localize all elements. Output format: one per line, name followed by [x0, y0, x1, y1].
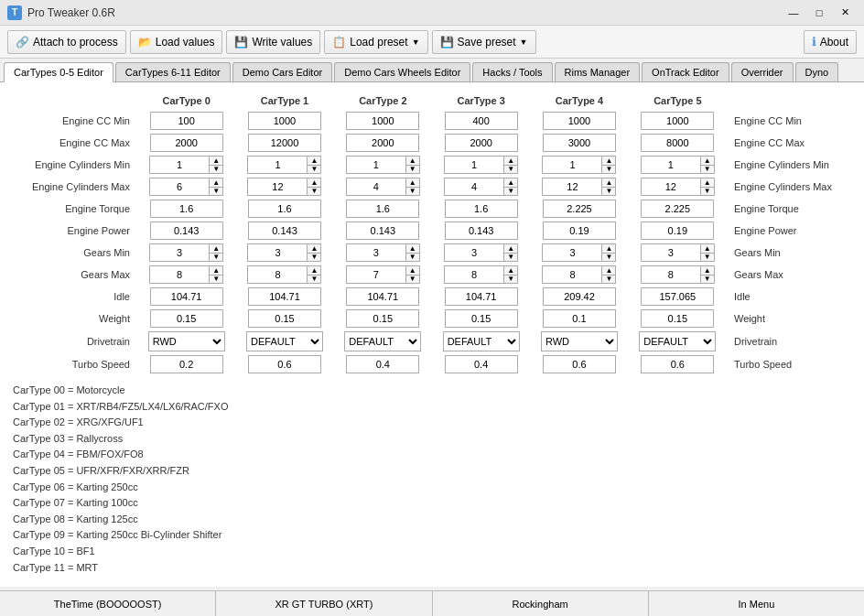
cell-r10-c3[interactable]: RWDFWDAWDDEFAULT	[432, 330, 530, 353]
spin-up-r3-c1[interactable]: ▲	[307, 178, 321, 187]
cell-r4-c1[interactable]	[235, 198, 333, 220]
minimize-button[interactable]: —	[782, 4, 805, 22]
about-button[interactable]: About	[804, 30, 857, 54]
input-r9-c1[interactable]	[248, 309, 321, 328]
cell-r1-c5[interactable]	[629, 132, 727, 154]
spin-down-r6-c5[interactable]: ▼	[700, 253, 715, 262]
input-r8-c4[interactable]	[543, 287, 616, 306]
cell-r10-c5[interactable]: RWDFWDAWDDEFAULT	[629, 330, 727, 353]
spinner-input-r2-c3[interactable]	[444, 156, 503, 174]
spin-down-r2-c4[interactable]: ▼	[601, 165, 616, 174]
cell-r11-c1[interactable]	[235, 353, 333, 375]
tab-rims[interactable]: Rims Manager	[555, 62, 641, 81]
input-r4-c2[interactable]	[346, 200, 419, 218]
spin-down-r7-c3[interactable]: ▼	[503, 275, 518, 284]
cell-r8-c2[interactable]	[334, 286, 432, 308]
cell-r10-c2[interactable]: RWDFWDAWDDEFAULT	[334, 330, 432, 353]
close-button[interactable]: ✕	[833, 4, 857, 22]
spin-up-r6-c3[interactable]: ▲	[503, 243, 518, 253]
input-r1-c0[interactable]	[150, 134, 223, 152]
cell-r11-c0[interactable]	[137, 353, 235, 375]
input-r0-c3[interactable]	[445, 112, 518, 130]
spin-up-r6-c4[interactable]: ▲	[601, 243, 616, 253]
spin-up-r2-c4[interactable]: ▲	[601, 156, 616, 165]
select-r10-c3[interactable]: RWDFWDAWDDEFAULT	[443, 331, 520, 351]
tab-dyno[interactable]: Dyno	[795, 62, 839, 81]
input-r1-c2[interactable]	[346, 134, 419, 152]
input-r4-c4[interactable]	[543, 200, 616, 218]
spin-up-r2-c2[interactable]: ▲	[405, 156, 420, 165]
load-values-button[interactable]: Load values	[130, 30, 223, 54]
spin-down-r2-c3[interactable]: ▼	[503, 165, 518, 174]
spinner-input-r3-c1[interactable]	[247, 178, 307, 196]
cell-r1-c4[interactable]	[530, 132, 628, 154]
input-r11-c5[interactable]	[641, 355, 714, 373]
spin-down-r3-c5[interactable]: ▼	[700, 187, 715, 196]
cell-r3-c2[interactable]: ▲▼	[334, 176, 432, 198]
spin-up-r3-c0[interactable]: ▲	[209, 178, 223, 187]
select-r10-c5[interactable]: RWDFWDAWDDEFAULT	[639, 331, 716, 351]
cell-r1-c0[interactable]	[137, 132, 235, 154]
cell-r8-c0[interactable]	[137, 286, 235, 308]
select-r10-c0[interactable]: RWDFWDAWDDEFAULT	[148, 331, 225, 351]
tab-overrider[interactable]: Overrider	[731, 62, 794, 81]
spin-down-r6-c1[interactable]: ▼	[307, 253, 321, 262]
tab-ontrack[interactable]: OnTrack Editor	[642, 62, 729, 81]
spin-down-r7-c1[interactable]: ▼	[307, 275, 321, 284]
input-r4-c1[interactable]	[248, 200, 321, 218]
spinner-input-r6-c4[interactable]	[542, 243, 601, 262]
spinner-input-r2-c5[interactable]	[641, 156, 700, 174]
input-r0-c1[interactable]	[248, 112, 321, 130]
input-r0-c2[interactable]	[346, 112, 419, 130]
cell-r11-c3[interactable]	[432, 353, 530, 375]
input-r4-c0[interactable]	[150, 200, 223, 218]
input-r8-c2[interactable]	[346, 287, 419, 306]
cell-r9-c2[interactable]	[334, 308, 432, 330]
select-r10-c1[interactable]: RWDFWDAWDDEFAULT	[246, 331, 323, 351]
cell-r7-c2[interactable]: ▲▼	[334, 264, 432, 286]
input-r11-c4[interactable]	[543, 355, 616, 373]
cell-r2-c2[interactable]: ▲▼	[334, 154, 432, 176]
cell-r9-c4[interactable]	[530, 308, 628, 330]
cell-r6-c5[interactable]: ▲▼	[629, 242, 727, 264]
cell-r11-c2[interactable]	[334, 353, 432, 375]
cell-r4-c5[interactable]	[629, 198, 727, 220]
cell-r5-c1[interactable]	[235, 220, 333, 242]
cell-r8-c5[interactable]	[629, 286, 727, 308]
cell-r8-c1[interactable]	[235, 286, 333, 308]
input-r5-c5[interactable]	[641, 222, 714, 240]
spinner-input-r6-c1[interactable]	[247, 243, 307, 262]
spinner-input-r2-c1[interactable]	[247, 156, 307, 174]
spinner-input-r7-c5[interactable]	[641, 265, 700, 284]
input-r9-c5[interactable]	[641, 309, 714, 328]
cell-r3-c3[interactable]: ▲▼	[432, 176, 530, 198]
attach-button[interactable]: Attach to process	[7, 30, 126, 54]
cell-r10-c0[interactable]: RWDFWDAWDDEFAULT	[137, 330, 235, 353]
spin-up-r7-c5[interactable]: ▲	[700, 265, 715, 275]
cell-r0-c2[interactable]	[334, 110, 432, 132]
spin-down-r7-c2[interactable]: ▼	[405, 275, 420, 284]
input-r0-c4[interactable]	[543, 112, 616, 130]
spin-down-r7-c4[interactable]: ▼	[601, 275, 616, 284]
spin-up-r2-c3[interactable]: ▲	[503, 156, 518, 165]
cell-r9-c5[interactable]	[629, 308, 727, 330]
input-r11-c3[interactable]	[445, 355, 518, 373]
cell-r6-c0[interactable]: ▲▼	[137, 242, 235, 264]
cell-r2-c4[interactable]: ▲▼	[530, 154, 628, 176]
cell-r4-c0[interactable]	[137, 198, 235, 220]
input-r5-c2[interactable]	[346, 222, 419, 240]
spinner-input-r6-c3[interactable]	[444, 243, 503, 262]
input-r8-c1[interactable]	[248, 287, 321, 306]
spinner-input-r7-c3[interactable]	[444, 265, 503, 284]
spin-down-r7-c0[interactable]: ▼	[209, 275, 223, 284]
cell-r4-c2[interactable]	[334, 198, 432, 220]
cell-r4-c3[interactable]	[432, 198, 530, 220]
input-r5-c1[interactable]	[248, 222, 321, 240]
spin-down-r6-c4[interactable]: ▼	[601, 253, 616, 262]
spinner-input-r2-c4[interactable]	[542, 156, 601, 174]
spinner-input-r7-c1[interactable]	[247, 265, 307, 284]
spinner-input-r2-c0[interactable]	[149, 156, 209, 174]
input-r11-c0[interactable]	[150, 355, 223, 373]
input-r8-c3[interactable]	[445, 287, 518, 306]
cell-r5-c4[interactable]	[530, 220, 628, 242]
